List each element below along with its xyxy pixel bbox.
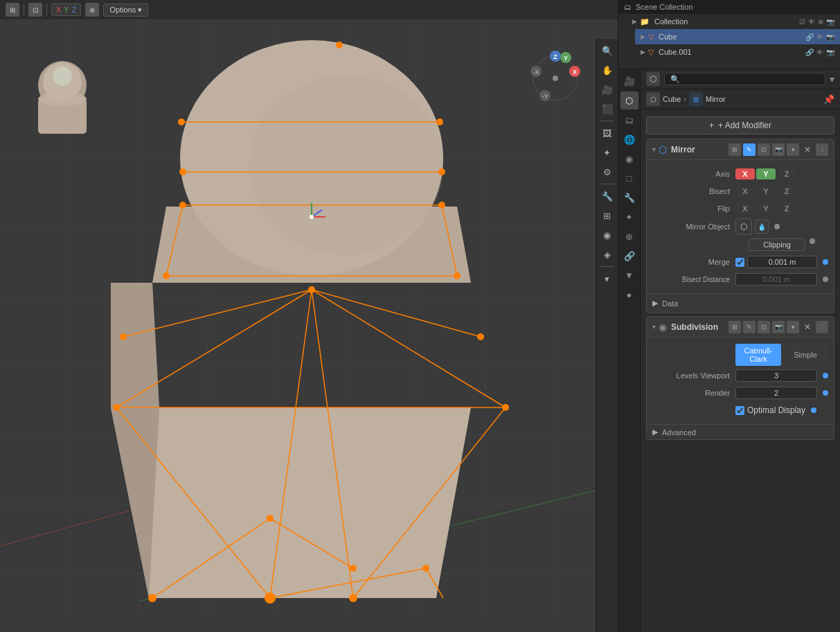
toolbar-bottom-btn[interactable]: ▾	[598, 270, 616, 288]
breadcrumb-pin[interactable]: 📌	[823, 94, 834, 105]
cube001-eye-icon[interactable]: 👁	[816, 49, 823, 56]
subdivision-edit-icon[interactable]: ✎	[743, 321, 756, 333]
mirror-clipping-btn[interactable]: Clipping	[749, 238, 805, 251]
prop-output-icon[interactable]: ⬡	[620, 91, 638, 109]
prop-data-icon[interactable]: ▼	[620, 266, 638, 284]
prop-physics-icon[interactable]: ⊕	[620, 227, 638, 245]
prop-render-icon[interactable]: 🎥	[620, 72, 638, 90]
viewport[interactable]: ⊞ ⊡ X Y Z ⊕ Options ▾	[0, 0, 618, 632]
toolbar-image-btn[interactable]: 🖼	[598, 124, 616, 142]
subdivision-delete-btn[interactable]: ✕	[801, 321, 814, 333]
prop-scene-icon[interactable]: 🌐	[620, 130, 638, 148]
mirror-delete-btn[interactable]: ✕	[801, 143, 814, 156]
right-panel: 🗂 Scene Collection ▶ 📁 Collection ☑ 👁 ⊕ …	[618, 0, 840, 632]
toolbar-render-btn[interactable]: ⬛	[598, 100, 616, 118]
mirror-object-picker[interactable]: ⬡	[735, 218, 752, 235]
mirror-axis-y-btn[interactable]: Y	[756, 168, 776, 179]
subdivision-render-field[interactable]: 2	[735, 387, 817, 399]
toolbar-measure-btn[interactable]: ◉	[598, 226, 616, 244]
subdivision-catmull-btn[interactable]: Catmull-Clark	[735, 344, 781, 366]
axis-selector[interactable]: X Y Z	[51, 3, 81, 16]
subdivision-simple-btn[interactable]: Simple	[783, 344, 828, 366]
mirror-merge-field[interactable]: 0.001 m	[747, 256, 817, 268]
options-button[interactable]: Options ▾	[103, 3, 148, 17]
mirror-bisect-y-btn[interactable]: Y	[756, 186, 776, 197]
outliner-eye-icon[interactable]: 👁	[808, 18, 815, 26]
prop-particles-icon[interactable]: ✦	[620, 208, 638, 226]
outliner-checkbox-icon[interactable]: ☑	[799, 18, 805, 26]
toolbar-particles-btn[interactable]: ✦	[598, 143, 616, 161]
mirror-object-eyedropper[interactable]: 💧	[755, 220, 769, 234]
subdivision-render-icon[interactable]: 📷	[772, 321, 785, 333]
toolbar-settings-btn[interactable]: ⚙	[598, 163, 616, 181]
outliner-render-icon[interactable]: 📷	[826, 18, 834, 26]
prop-constraints-icon[interactable]: 🔗	[620, 247, 638, 265]
add-modifier-button[interactable]: + + Add Modifier	[646, 116, 834, 134]
toolbar-vertex-btn[interactable]: ◈	[598, 245, 616, 263]
cube001-label: Cube.001	[659, 48, 692, 56]
toolbar-camera-btn[interactable]: 🎥	[598, 80, 616, 98]
mirror-render-icon[interactable]: 📷	[772, 143, 785, 156]
toolbar-wrench-btn[interactable]: 🔧	[598, 187, 616, 205]
mirror-expand-icon[interactable]: ▾	[787, 143, 799, 156]
canvas-area[interactable]: X -X Y -Y Z 🔍 ✋ 🎥 ⬛ 🖼 ✦ ⚙	[0, 19, 618, 632]
mirror-axis-z-btn[interactable]: Z	[777, 168, 796, 179]
mirror-axis-x-btn[interactable]: X	[735, 168, 755, 179]
mirror-merge-checkbox[interactable]	[735, 258, 744, 267]
toolbar-sep-3	[600, 266, 614, 267]
mirror-bisect-x-btn[interactable]: X	[735, 186, 755, 197]
mirror-edit-icon[interactable]: ✎	[743, 143, 756, 156]
subdivision-cage-icon[interactable]: ⊡	[758, 321, 770, 333]
cube001-link-icon[interactable]: 🔗	[805, 49, 814, 56]
subdivision-collapse-btn[interactable]: ▾	[652, 323, 656, 331]
viewport-shading-icon[interactable]: ⊡	[28, 3, 42, 17]
mirror-collapse-btn[interactable]: ▾	[652, 146, 656, 153]
navigation-gizmo[interactable]: X -X Y -Y Z	[528, 47, 576, 103]
toolbar-zoom-btn[interactable]: 🔍	[598, 42, 616, 60]
prop-search-input[interactable]	[664, 73, 825, 85]
outliner-cube-row[interactable]: ▶ ▽ Cube 🔗 👁 📷	[635, 29, 840, 44]
mirror-data-toggle[interactable]: ▶ Data	[652, 297, 828, 310]
global-local-icon[interactable]: ⊕	[85, 3, 99, 17]
vertex-dome-r2	[438, 168, 445, 175]
mirror-realtime-icon[interactable]: ⊞	[729, 143, 741, 156]
mirror-bisect-z-btn[interactable]: Z	[777, 186, 796, 197]
mirror-flip-x-btn[interactable]: X	[735, 203, 755, 214]
mirror-flip-y-btn[interactable]: Y	[756, 203, 776, 214]
subdivision-optimal-checkbox[interactable]	[735, 406, 744, 415]
subdivision-realtime-icon[interactable]: ⊞	[729, 321, 741, 333]
vertex-neck-l	[163, 272, 170, 279]
mirror-more-icon[interactable]: ⋮	[816, 143, 828, 156]
mirror-mod-body: Axis X Y Z Bisect X Y	[647, 160, 834, 293]
mirror-flip-z-btn[interactable]: Z	[777, 203, 796, 214]
outliner-collection-row[interactable]: ▶ 📁 Collection ☑ 👁 ⊕ 📷	[627, 14, 840, 29]
prop-object-icon[interactable]: □	[620, 169, 638, 187]
outliner-cube001-row[interactable]: ▶ ▽ Cube.001 🔗 👁 📷	[635, 44, 840, 60]
viewport-mode-icon[interactable]: ⊞	[6, 3, 19, 17]
subdivision-more-icon[interactable]: ⋮	[816, 321, 828, 333]
cube001-render-icon[interactable]: 📷	[826, 49, 834, 56]
prop-menu-btn[interactable]: ▾	[830, 73, 834, 85]
cube-render-icon[interactable]: 📷	[826, 33, 834, 41]
add-modifier-label: + Add Modifier	[718, 121, 771, 130]
gizmo-center	[310, 215, 314, 219]
prop-view-layer-icon[interactable]: 🗂	[620, 111, 638, 129]
toolbar-pan-btn[interactable]: ✋	[598, 61, 616, 79]
cube-eye-icon[interactable]: 👁	[816, 33, 823, 41]
subdivision-advanced-toggle[interactable]: ▶ Advanced	[647, 424, 834, 439]
prop-world-icon[interactable]: ◉	[620, 150, 638, 168]
prop-modifier-icon[interactable]: 🔧	[620, 188, 638, 207]
outliner-cursor-icon[interactable]: ⊕	[818, 18, 823, 26]
axis-y-label: Y	[64, 6, 69, 14]
mirror-cage-icon[interactable]: ⊡	[758, 143, 770, 156]
subdivision-viewport-field[interactable]: 3	[735, 369, 817, 382]
breadcrumb-modifier: Mirror	[706, 95, 726, 103]
cube-arrow: ▶	[641, 33, 645, 40]
mirror-object-dot	[774, 224, 780, 229]
prop-material-icon[interactable]: ●	[620, 286, 638, 304]
subdivision-expand-icon[interactable]: ▾	[787, 321, 799, 333]
prop-content[interactable]: + + Add Modifier ▾ ⬡ Mirror ⊞ ✎ ⊡ 📷	[641, 109, 840, 632]
toolbar-snap-btn[interactable]: ⊞	[598, 207, 616, 225]
mirror-header-icons: ⊞ ✎ ⊡ 📷 ▾ ✕ ⋮	[729, 143, 828, 156]
cube-link-icon[interactable]: 🔗	[805, 33, 814, 41]
